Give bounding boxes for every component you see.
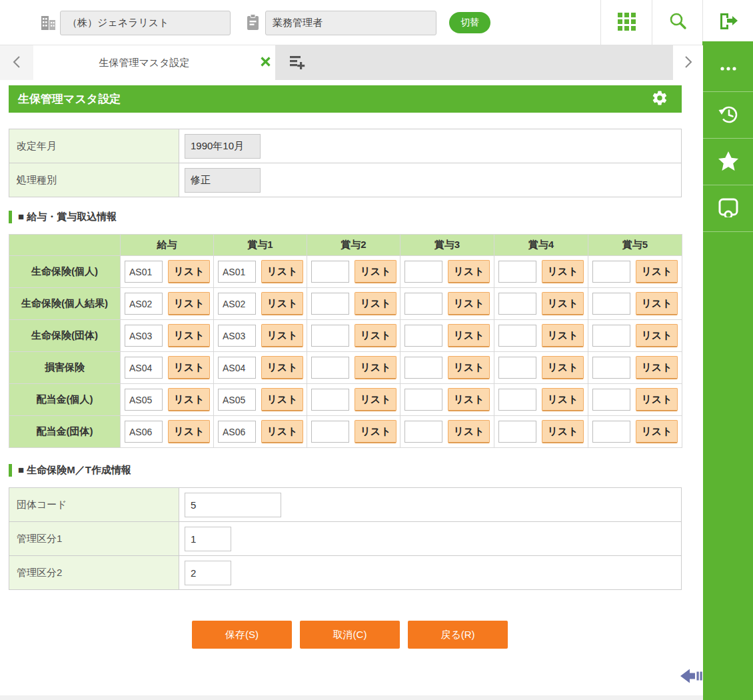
- list-button[interactable]: リスト: [355, 356, 396, 379]
- list-button[interactable]: リスト: [261, 324, 303, 347]
- code-input[interactable]: [218, 421, 256, 443]
- code-input[interactable]: [404, 293, 442, 315]
- revision-month-field[interactable]: [185, 134, 261, 159]
- list-button[interactable]: リスト: [542, 420, 584, 443]
- code-input[interactable]: [125, 293, 163, 315]
- sidebar-favorites-button[interactable]: [703, 139, 753, 185]
- new-tab-button[interactable]: [280, 45, 315, 80]
- code-input[interactable]: [125, 357, 163, 379]
- list-button[interactable]: リスト: [542, 356, 584, 379]
- code-input[interactable]: [311, 261, 349, 283]
- code-input[interactable]: [125, 421, 163, 443]
- code-input[interactable]: [498, 389, 536, 411]
- code-input[interactable]: [592, 357, 630, 379]
- list-button[interactable]: リスト: [261, 356, 303, 379]
- list-button[interactable]: リスト: [168, 292, 210, 315]
- code-input[interactable]: [404, 325, 442, 347]
- list-button[interactable]: リスト: [448, 388, 490, 411]
- code-input[interactable]: [311, 293, 349, 315]
- code-input[interactable]: [125, 261, 163, 283]
- code-input[interactable]: [404, 389, 442, 411]
- code-input[interactable]: [498, 293, 536, 315]
- list-button[interactable]: リスト: [448, 420, 490, 443]
- list-button[interactable]: リスト: [448, 324, 490, 347]
- list-button[interactable]: リスト: [261, 292, 303, 315]
- code-input[interactable]: [404, 357, 442, 379]
- list-button[interactable]: リスト: [448, 260, 490, 283]
- list-button[interactable]: リスト: [168, 324, 210, 347]
- list-button[interactable]: リスト: [636, 260, 678, 283]
- list-button[interactable]: リスト: [261, 388, 303, 411]
- list-button[interactable]: リスト: [355, 324, 396, 347]
- list-button[interactable]: リスト: [542, 388, 584, 411]
- role-input[interactable]: [265, 11, 436, 35]
- code-input[interactable]: [498, 261, 536, 283]
- list-button[interactable]: リスト: [636, 420, 678, 443]
- list-button[interactable]: リスト: [261, 420, 303, 443]
- list-button[interactable]: リスト: [355, 292, 396, 315]
- cancel-button[interactable]: 取消(C): [300, 621, 400, 649]
- more-icon: [720, 63, 737, 73]
- code-input[interactable]: [218, 389, 256, 411]
- tab-scroll-right-button[interactable]: [673, 45, 703, 80]
- code-input[interactable]: [404, 261, 442, 283]
- section-header: ■ 生命保険M／T作成情報: [9, 464, 131, 477]
- code-input[interactable]: [311, 325, 349, 347]
- sidebar-more-button[interactable]: [703, 45, 753, 92]
- code-input[interactable]: [125, 325, 163, 347]
- company-input[interactable]: [60, 11, 231, 35]
- code-input[interactable]: [592, 421, 630, 443]
- list-button[interactable]: リスト: [636, 324, 678, 347]
- list-button[interactable]: リスト: [636, 292, 678, 315]
- save-button[interactable]: 保存(S): [192, 621, 292, 649]
- process-type-field[interactable]: [185, 168, 261, 193]
- collapse-panel-button[interactable]: [678, 667, 705, 687]
- row-label: 配当金(団体): [9, 416, 121, 448]
- code-input[interactable]: [311, 357, 349, 379]
- list-button[interactable]: リスト: [355, 388, 396, 411]
- list-button[interactable]: リスト: [542, 260, 584, 283]
- list-button[interactable]: リスト: [636, 356, 678, 379]
- code-input[interactable]: [218, 325, 256, 347]
- list-button[interactable]: リスト: [542, 324, 584, 347]
- code-input[interactable]: [592, 389, 630, 411]
- switch-button[interactable]: 切替: [449, 12, 490, 33]
- code-input[interactable]: [498, 421, 536, 443]
- tab-close-button[interactable]: [255, 45, 275, 80]
- settings-button[interactable]: [638, 85, 682, 113]
- list-button[interactable]: リスト: [168, 260, 210, 283]
- code-input[interactable]: [311, 389, 349, 411]
- sidebar-history-button[interactable]: [703, 92, 753, 139]
- tab-active[interactable]: 生保管理マスタ設定: [33, 45, 275, 80]
- group-code-field[interactable]: [185, 493, 281, 517]
- list-button[interactable]: リスト: [355, 260, 396, 283]
- logout-button[interactable]: [703, 0, 753, 45]
- code-input[interactable]: [498, 357, 536, 379]
- list-button[interactable]: リスト: [261, 260, 303, 283]
- list-button[interactable]: リスト: [448, 356, 490, 379]
- code-input[interactable]: [498, 325, 536, 347]
- code-input[interactable]: [125, 389, 163, 411]
- code-input[interactable]: [592, 261, 630, 283]
- list-button[interactable]: リスト: [448, 292, 490, 315]
- list-button[interactable]: リスト: [168, 420, 210, 443]
- code-input[interactable]: [218, 293, 256, 315]
- list-button[interactable]: リスト: [636, 388, 678, 411]
- tab-scroll-left-button[interactable]: [0, 45, 33, 80]
- apps-menu-button[interactable]: [601, 0, 652, 45]
- list-button[interactable]: リスト: [168, 356, 210, 379]
- search-button[interactable]: [652, 0, 703, 45]
- list-button[interactable]: リスト: [542, 292, 584, 315]
- list-button[interactable]: リスト: [355, 420, 396, 443]
- sidebar-memo-button[interactable]: [703, 185, 753, 232]
- code-input[interactable]: [311, 421, 349, 443]
- code-input[interactable]: [404, 421, 442, 443]
- code-input[interactable]: [218, 261, 256, 283]
- code-input[interactable]: [592, 325, 630, 347]
- manage-class2-field[interactable]: [185, 561, 231, 585]
- manage-class1-field[interactable]: [185, 527, 231, 551]
- list-button[interactable]: リスト: [168, 388, 210, 411]
- code-input[interactable]: [592, 293, 630, 315]
- back-button[interactable]: 戻る(R): [408, 621, 508, 649]
- code-input[interactable]: [218, 357, 256, 379]
